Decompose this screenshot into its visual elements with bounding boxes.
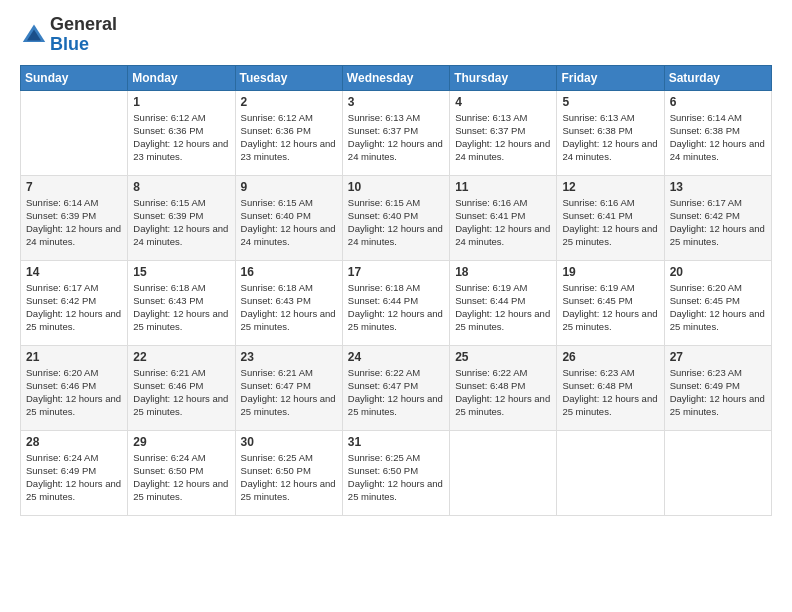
sunset-text: Sunset: 6:36 PM <box>133 125 203 136</box>
sunset-text: Sunset: 6:42 PM <box>26 295 96 306</box>
daylight-text: Daylight: 12 hours and 25 minutes. <box>670 393 765 417</box>
calendar-cell: 26 Sunrise: 6:23 AM Sunset: 6:48 PM Dayl… <box>557 345 664 430</box>
daylight-text: Daylight: 12 hours and 25 minutes. <box>455 308 550 332</box>
daylight-text: Daylight: 12 hours and 24 minutes. <box>241 223 336 247</box>
day-info: Sunrise: 6:13 AM Sunset: 6:38 PM Dayligh… <box>562 111 658 164</box>
daylight-text: Daylight: 12 hours and 24 minutes. <box>26 223 121 247</box>
calendar-cell: 2 Sunrise: 6:12 AM Sunset: 6:36 PM Dayli… <box>235 90 342 175</box>
daylight-text: Daylight: 12 hours and 25 minutes. <box>562 308 657 332</box>
day-number: 4 <box>455 95 551 109</box>
daylight-text: Daylight: 12 hours and 25 minutes. <box>562 393 657 417</box>
day-number: 24 <box>348 350 444 364</box>
sunset-text: Sunset: 6:46 PM <box>26 380 96 391</box>
day-number: 12 <box>562 180 658 194</box>
sunrise-text: Sunrise: 6:22 AM <box>348 367 420 378</box>
day-info: Sunrise: 6:17 AM Sunset: 6:42 PM Dayligh… <box>670 196 766 249</box>
sunset-text: Sunset: 6:47 PM <box>348 380 418 391</box>
daylight-text: Daylight: 12 hours and 24 minutes. <box>455 138 550 162</box>
sunset-text: Sunset: 6:48 PM <box>455 380 525 391</box>
day-info: Sunrise: 6:25 AM Sunset: 6:50 PM Dayligh… <box>241 451 337 504</box>
sunset-text: Sunset: 6:38 PM <box>562 125 632 136</box>
day-number: 26 <box>562 350 658 364</box>
day-info: Sunrise: 6:16 AM Sunset: 6:41 PM Dayligh… <box>562 196 658 249</box>
day-info: Sunrise: 6:21 AM Sunset: 6:46 PM Dayligh… <box>133 366 229 419</box>
week-row-4: 21 Sunrise: 6:20 AM Sunset: 6:46 PM Dayl… <box>21 345 772 430</box>
day-number: 25 <box>455 350 551 364</box>
sunset-text: Sunset: 6:47 PM <box>241 380 311 391</box>
day-number: 18 <box>455 265 551 279</box>
daylight-text: Daylight: 12 hours and 25 minutes. <box>26 308 121 332</box>
calendar-cell: 4 Sunrise: 6:13 AM Sunset: 6:37 PM Dayli… <box>450 90 557 175</box>
day-number: 1 <box>133 95 229 109</box>
day-info: Sunrise: 6:14 AM Sunset: 6:39 PM Dayligh… <box>26 196 122 249</box>
weekday-header-thursday: Thursday <box>450 65 557 90</box>
daylight-text: Daylight: 12 hours and 25 minutes. <box>455 393 550 417</box>
day-info: Sunrise: 6:25 AM Sunset: 6:50 PM Dayligh… <box>348 451 444 504</box>
day-number: 23 <box>241 350 337 364</box>
sunset-text: Sunset: 6:45 PM <box>670 295 740 306</box>
sunrise-text: Sunrise: 6:22 AM <box>455 367 527 378</box>
sunset-text: Sunset: 6:49 PM <box>670 380 740 391</box>
sunrise-text: Sunrise: 6:20 AM <box>26 367 98 378</box>
sunrise-text: Sunrise: 6:23 AM <box>670 367 742 378</box>
sunset-text: Sunset: 6:37 PM <box>455 125 525 136</box>
day-number: 16 <box>241 265 337 279</box>
day-info: Sunrise: 6:19 AM Sunset: 6:44 PM Dayligh… <box>455 281 551 334</box>
sunrise-text: Sunrise: 6:17 AM <box>670 197 742 208</box>
daylight-text: Daylight: 12 hours and 23 minutes. <box>133 138 228 162</box>
sunset-text: Sunset: 6:39 PM <box>26 210 96 221</box>
sunrise-text: Sunrise: 6:21 AM <box>241 367 313 378</box>
day-number: 21 <box>26 350 122 364</box>
sunset-text: Sunset: 6:44 PM <box>348 295 418 306</box>
weekday-header-saturday: Saturday <box>664 65 771 90</box>
day-info: Sunrise: 6:15 AM Sunset: 6:40 PM Dayligh… <box>241 196 337 249</box>
week-row-1: 1 Sunrise: 6:12 AM Sunset: 6:36 PM Dayli… <box>21 90 772 175</box>
calendar-cell: 21 Sunrise: 6:20 AM Sunset: 6:46 PM Dayl… <box>21 345 128 430</box>
calendar-cell: 6 Sunrise: 6:14 AM Sunset: 6:38 PM Dayli… <box>664 90 771 175</box>
sunrise-text: Sunrise: 6:14 AM <box>670 112 742 123</box>
logo-blue: Blue <box>50 34 89 54</box>
day-info: Sunrise: 6:13 AM Sunset: 6:37 PM Dayligh… <box>455 111 551 164</box>
logo-text: General Blue <box>50 15 117 55</box>
weekday-header-row: SundayMondayTuesdayWednesdayThursdayFrid… <box>21 65 772 90</box>
sunrise-text: Sunrise: 6:15 AM <box>348 197 420 208</box>
sunrise-text: Sunrise: 6:13 AM <box>455 112 527 123</box>
day-info: Sunrise: 6:19 AM Sunset: 6:45 PM Dayligh… <box>562 281 658 334</box>
sunrise-text: Sunrise: 6:18 AM <box>241 282 313 293</box>
sunrise-text: Sunrise: 6:13 AM <box>562 112 634 123</box>
sunset-text: Sunset: 6:50 PM <box>241 465 311 476</box>
day-info: Sunrise: 6:17 AM Sunset: 6:42 PM Dayligh… <box>26 281 122 334</box>
day-number: 27 <box>670 350 766 364</box>
weekday-header-sunday: Sunday <box>21 65 128 90</box>
calendar-cell: 19 Sunrise: 6:19 AM Sunset: 6:45 PM Dayl… <box>557 260 664 345</box>
calendar-cell: 23 Sunrise: 6:21 AM Sunset: 6:47 PM Dayl… <box>235 345 342 430</box>
day-number: 9 <box>241 180 337 194</box>
day-info: Sunrise: 6:14 AM Sunset: 6:38 PM Dayligh… <box>670 111 766 164</box>
day-info: Sunrise: 6:21 AM Sunset: 6:47 PM Dayligh… <box>241 366 337 419</box>
sunrise-text: Sunrise: 6:16 AM <box>562 197 634 208</box>
logo: General Blue <box>20 15 117 55</box>
sunset-text: Sunset: 6:39 PM <box>133 210 203 221</box>
sunset-text: Sunset: 6:42 PM <box>670 210 740 221</box>
day-number: 19 <box>562 265 658 279</box>
day-info: Sunrise: 6:15 AM Sunset: 6:40 PM Dayligh… <box>348 196 444 249</box>
daylight-text: Daylight: 12 hours and 23 minutes. <box>241 138 336 162</box>
calendar-cell: 16 Sunrise: 6:18 AM Sunset: 6:43 PM Dayl… <box>235 260 342 345</box>
day-number: 8 <box>133 180 229 194</box>
day-info: Sunrise: 6:12 AM Sunset: 6:36 PM Dayligh… <box>241 111 337 164</box>
calendar-cell: 30 Sunrise: 6:25 AM Sunset: 6:50 PM Dayl… <box>235 430 342 515</box>
sunset-text: Sunset: 6:50 PM <box>348 465 418 476</box>
day-info: Sunrise: 6:12 AM Sunset: 6:36 PM Dayligh… <box>133 111 229 164</box>
calendar-cell: 10 Sunrise: 6:15 AM Sunset: 6:40 PM Dayl… <box>342 175 449 260</box>
sunrise-text: Sunrise: 6:24 AM <box>26 452 98 463</box>
day-number: 7 <box>26 180 122 194</box>
calendar-cell: 18 Sunrise: 6:19 AM Sunset: 6:44 PM Dayl… <box>450 260 557 345</box>
calendar-cell: 28 Sunrise: 6:24 AM Sunset: 6:49 PM Dayl… <box>21 430 128 515</box>
calendar-cell: 31 Sunrise: 6:25 AM Sunset: 6:50 PM Dayl… <box>342 430 449 515</box>
weekday-header-monday: Monday <box>128 65 235 90</box>
sunset-text: Sunset: 6:49 PM <box>26 465 96 476</box>
day-number: 20 <box>670 265 766 279</box>
day-number: 11 <box>455 180 551 194</box>
sunset-text: Sunset: 6:48 PM <box>562 380 632 391</box>
sunset-text: Sunset: 6:50 PM <box>133 465 203 476</box>
